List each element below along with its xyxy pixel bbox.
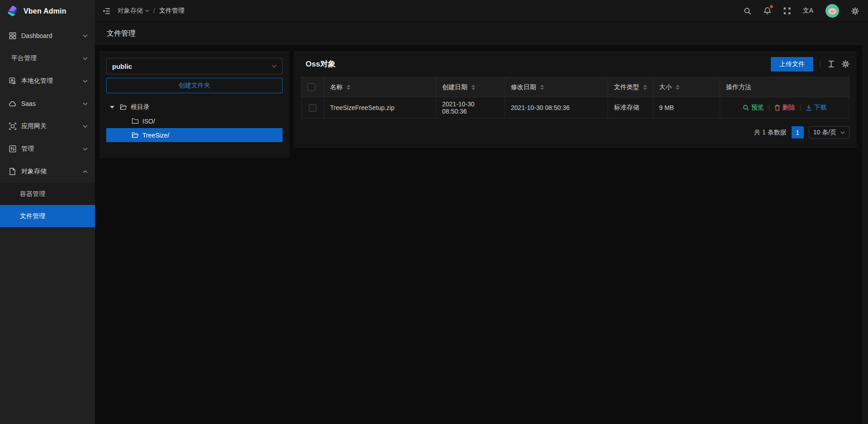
gateway-icon <box>9 123 16 130</box>
toolbar-divider <box>820 60 821 68</box>
chevron-down-icon <box>272 65 277 68</box>
tree-item-treesize[interactable]: TreeSize/ <box>106 128 283 142</box>
page-size-select[interactable]: 10 条/页 <box>809 126 849 138</box>
sidebar-item-gateway[interactable]: 应用网关 <box>0 115 95 138</box>
action-divider <box>769 105 769 111</box>
column-header-created[interactable]: 创建日期 <box>436 77 505 97</box>
row-actions: 预览 删除 <box>726 104 843 112</box>
row-height-icon[interactable] <box>827 60 835 68</box>
page-title-bar: 文件管理 <box>95 22 868 46</box>
sidebar-item-label: 管理 <box>21 145 83 153</box>
pagination-page-1[interactable]: 1 <box>792 126 804 138</box>
pagination-total: 共 1 条数据 <box>754 129 787 137</box>
column-header-modified[interactable]: 修改日期 <box>505 77 608 97</box>
cell-size: 9 MB <box>653 97 720 119</box>
oss-toolbar: Oss对象 上传文件 <box>294 51 857 77</box>
sidebar-item-saas[interactable]: Saas <box>0 92 95 115</box>
search-icon[interactable] <box>744 7 751 15</box>
bucket-panel: public 创建文件夹 <box>99 51 289 158</box>
chevron-down-icon <box>83 148 88 151</box>
breadcrumb-current: 文件管理 <box>159 7 184 15</box>
sidebar-subitem-label: 容器管理 <box>20 190 45 198</box>
sort-icon[interactable] <box>643 85 647 90</box>
top-header: 对象存储 / 文件管理 <box>95 0 868 22</box>
scrollbar-track[interactable] <box>862 22 868 424</box>
cloud-icon <box>9 100 16 108</box>
breadcrumb-parent[interactable]: 对象存储 <box>118 7 149 15</box>
sidebar-item-object-storage[interactable]: 对象存储 <box>0 160 95 183</box>
header-actions: 文A <box>744 4 859 18</box>
oss-panel: Oss对象 上传文件 <box>294 51 857 148</box>
sort-icon[interactable] <box>540 85 544 90</box>
sidebar-item-management[interactable]: 管理 <box>0 138 95 160</box>
sort-icon[interactable] <box>472 85 475 90</box>
magnifier-icon <box>743 105 749 111</box>
grid-icon <box>9 32 16 40</box>
sort-icon[interactable] <box>347 85 350 90</box>
download-button[interactable]: 下载 <box>806 104 827 112</box>
sidebar-item-label: 对象存储 <box>21 167 83 176</box>
folder-open-icon <box>132 132 139 138</box>
oss-table: 名称 创建日期 修改日期 <box>301 77 849 119</box>
chevron-down-icon <box>83 80 88 83</box>
cell-name: TreeSizeFreeSetup.zip <box>324 97 436 119</box>
action-divider <box>800 105 801 111</box>
logo[interactable]: Vben Admin <box>0 0 95 22</box>
content-area: public 创建文件夹 <box>95 46 868 424</box>
bucket-select-value: public <box>112 62 132 70</box>
tree-item-label: 根目录 <box>131 103 150 111</box>
bucket-select[interactable]: public <box>106 58 283 74</box>
create-folder-button[interactable]: 创建文件夹 <box>106 78 283 93</box>
sidebar-item-localization[interactable]: 本地化管理 <box>0 70 95 92</box>
trash-icon <box>774 105 780 111</box>
sidebar: Vben Admin Dashboard 平台管理 <box>0 0 95 424</box>
sidebar-item-platform[interactable]: 平台管理 <box>0 47 95 70</box>
translate-icon[interactable]: 文A <box>803 7 813 15</box>
document-icon <box>9 168 16 176</box>
folder-icon <box>132 118 139 124</box>
bell-icon[interactable] <box>764 7 771 15</box>
sidebar-item-label: Saas <box>21 100 83 107</box>
sidebar-item-file-management[interactable]: 文件管理 <box>0 205 95 227</box>
chevron-down-icon <box>83 57 88 60</box>
table-header-row: 名称 创建日期 修改日期 <box>302 77 849 97</box>
menu-fold-icon[interactable] <box>103 8 110 14</box>
oss-toolbar-actions: 上传文件 <box>771 57 849 71</box>
notification-dot <box>770 5 773 8</box>
column-header-size[interactable]: 大小 <box>653 77 720 97</box>
cell-created: 2021-10-30 08:50:36 <box>436 97 505 119</box>
sidebar-item-dashboard[interactable]: Dashboard <box>0 24 95 47</box>
delete-button[interactable]: 删除 <box>774 104 795 112</box>
page-title: 文件管理 <box>107 29 136 38</box>
chevron-up-icon <box>83 170 88 173</box>
sort-icon[interactable] <box>676 85 679 90</box>
table-row: TreeSizeFreeSetup.zip 2021-10-30 08:50:3… <box>302 97 849 119</box>
chevron-down-icon <box>840 131 845 134</box>
tree-item-iso[interactable]: ISO/ <box>106 114 283 128</box>
avatar[interactable] <box>826 4 839 18</box>
column-header-name[interactable]: 名称 <box>324 77 436 97</box>
preview-button[interactable]: 预览 <box>743 104 764 112</box>
row-checkbox[interactable] <box>309 104 316 112</box>
sidebar-subitem-label: 文件管理 <box>20 212 45 220</box>
sidebar-item-label: 本地化管理 <box>21 77 83 85</box>
upload-file-button[interactable]: 上传文件 <box>771 57 813 71</box>
gear-icon[interactable] <box>842 60 849 68</box>
tree-item-root[interactable]: 根目录 <box>106 100 283 114</box>
column-header-filetype[interactable]: 文件类型 <box>608 77 653 97</box>
tree-item-label: ISO/ <box>142 118 155 125</box>
breadcrumb: 对象存储 / 文件管理 <box>118 7 184 15</box>
select-all-checkbox[interactable] <box>307 83 315 91</box>
cell-modified: 2021-10-30 08:50:36 <box>505 97 608 119</box>
app-title: Vben Admin <box>24 7 66 15</box>
gear-icon[interactable] <box>851 7 859 15</box>
caret-down-icon[interactable] <box>110 106 114 109</box>
app-root: Vben Admin Dashboard 平台管理 <box>0 0 868 424</box>
sidebar-item-container-management[interactable]: 容器管理 <box>0 183 95 205</box>
object-storage-submenu: 容器管理 文件管理 <box>0 183 95 227</box>
fullscreen-icon[interactable] <box>783 7 791 14</box>
chevron-down-icon <box>83 34 88 38</box>
folder-open-icon <box>120 104 127 110</box>
sidebar-item-label: 应用网关 <box>21 122 83 130</box>
cell-filetype: 标准存储 <box>608 97 653 119</box>
